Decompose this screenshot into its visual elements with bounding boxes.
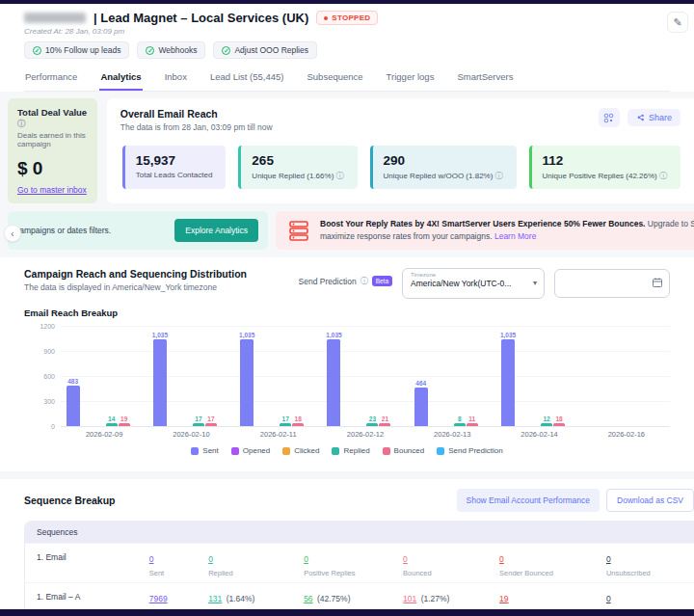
bar-sent[interactable] bbox=[501, 339, 515, 426]
legend-label: Opened bbox=[243, 446, 270, 455]
date-range-input[interactable] bbox=[554, 269, 670, 298]
widgets-button[interactable] bbox=[599, 108, 620, 127]
stat-value: 265 bbox=[252, 153, 343, 168]
reach-stat-cards: 15,937Total Leads Contacted265Unique Rep… bbox=[122, 146, 681, 189]
bar-group: 464811 bbox=[409, 326, 495, 426]
metric-value-link[interactable]: 56 bbox=[304, 594, 312, 603]
bar-group: 1,0351717 bbox=[147, 326, 234, 426]
filters-banner: campaigns or dates filters. Explore Anal… bbox=[8, 211, 268, 250]
tab-trigger-logs[interactable]: Trigger logs bbox=[386, 67, 436, 91]
bar-slot: 1,035 bbox=[240, 332, 254, 426]
bar-value-label: 18 bbox=[295, 415, 302, 422]
metric-value-link[interactable]: 0 bbox=[403, 554, 408, 564]
metric-cell: 0Bounced bbox=[403, 549, 499, 577]
tab-inbox[interactable]: Inbox bbox=[164, 67, 188, 91]
bar-slot: 18 bbox=[292, 415, 304, 426]
metric-value-link[interactable]: 19 bbox=[499, 594, 508, 603]
metric-cell: 0Unsubscribed bbox=[606, 549, 694, 577]
metric-value-link[interactable]: 101 bbox=[403, 594, 416, 603]
bar-sent[interactable] bbox=[240, 339, 254, 426]
metric-value-link[interactable]: 0 bbox=[499, 554, 504, 564]
bar-slot: 1,035 bbox=[501, 332, 515, 426]
bar-replied[interactable] bbox=[366, 423, 378, 426]
banner-bold-text: Boost Your Reply Rates by 4X! SmartServe… bbox=[320, 219, 645, 228]
banner-text: Boost Your Reply Rates by 4X! SmartServe… bbox=[320, 218, 694, 243]
bar-sent[interactable] bbox=[327, 339, 340, 426]
show-email-account-performance-button[interactable]: Show Email Account Performance bbox=[457, 489, 601, 512]
bar-slot: 483 bbox=[67, 378, 80, 426]
feature-badge-label: Adjust OOO Replies bbox=[234, 45, 308, 55]
grid-icon bbox=[603, 113, 614, 123]
legend-item: Opened bbox=[231, 446, 270, 455]
metric-cell: 0Sent bbox=[149, 549, 208, 577]
metric-cell: 0Replied bbox=[208, 549, 304, 577]
check-icon: ✓ bbox=[33, 46, 41, 55]
metric-value-link[interactable]: 0 bbox=[606, 594, 611, 603]
chart-bar-groups: 48314191,03517171,03517181,0352321464811… bbox=[61, 326, 670, 426]
metric-value-link[interactable]: 0 bbox=[208, 554, 213, 564]
metric-value-link[interactable]: 0 bbox=[606, 554, 611, 564]
bar-value-label: 1,035 bbox=[239, 332, 254, 338]
x-axis-label: 2026-02-12 bbox=[322, 430, 409, 439]
legend-label: Bounced bbox=[394, 446, 425, 455]
metric-value-link[interactable]: 131 bbox=[208, 594, 222, 603]
info-icon[interactable]: ⓘ bbox=[495, 172, 503, 180]
bar-bounced[interactable] bbox=[553, 423, 565, 426]
tab-performance[interactable]: Performance bbox=[24, 67, 78, 91]
legend-swatch bbox=[191, 447, 199, 455]
bar-sent[interactable] bbox=[153, 339, 167, 426]
bar-value-label: 1,035 bbox=[152, 332, 168, 338]
bar-replied[interactable] bbox=[454, 423, 466, 426]
metric-value-link[interactable]: 0 bbox=[149, 554, 154, 564]
x-axis-label: 2026-02-09 bbox=[61, 430, 147, 439]
sequence-table-header: Sequences bbox=[25, 522, 694, 543]
info-icon[interactable]: ⓘ bbox=[336, 172, 344, 180]
bar-replied[interactable] bbox=[106, 423, 118, 426]
bar-sent[interactable] bbox=[67, 386, 80, 426]
master-inbox-link[interactable]: Go to master inbox bbox=[17, 185, 88, 195]
metric-label: Bounced bbox=[403, 569, 494, 577]
metric-value-link[interactable]: 7969 bbox=[149, 594, 168, 603]
bar-slot: 18 bbox=[553, 415, 565, 426]
stat-card: 15,937Total Leads Contacted bbox=[122, 146, 227, 189]
edit-campaign-button[interactable]: ✎ bbox=[667, 12, 688, 33]
info-icon[interactable]: ⓘ bbox=[360, 276, 368, 286]
learn-more-link[interactable]: Learn More bbox=[494, 231, 536, 241]
bar-slot: 19 bbox=[119, 415, 130, 426]
tab-lead-list[interactable]: Lead List (55,445) bbox=[209, 67, 285, 91]
info-icon[interactable]: ⓘ bbox=[659, 172, 667, 180]
tab-subsequence[interactable]: Subsequence bbox=[306, 67, 363, 91]
timezone-select[interactable]: Timezone America/New York(UTC-0... ▾ bbox=[402, 268, 545, 299]
stat-value: 290 bbox=[384, 153, 503, 168]
share-button[interactable]: Share bbox=[627, 109, 681, 126]
bar-replied[interactable] bbox=[193, 423, 204, 426]
collapse-banner-button[interactable]: ‹ bbox=[4, 225, 21, 242]
bar-bounced[interactable] bbox=[467, 423, 478, 426]
bar-slot: 21 bbox=[379, 415, 390, 426]
bar-value-label: 8 bbox=[458, 415, 462, 422]
stat-card: 265Unique Replied (1.66%) ⓘ bbox=[238, 146, 357, 189]
bar-bounced[interactable] bbox=[119, 423, 130, 426]
download-csv-button[interactable]: Download as CSV bbox=[606, 489, 694, 512]
info-icon[interactable]: ⓘ bbox=[17, 120, 25, 128]
tab-smartservers[interactable]: SmartServers bbox=[456, 67, 514, 91]
banner-line2: maximize response rates from your campai… bbox=[320, 231, 494, 241]
bar-bounced[interactable] bbox=[205, 423, 217, 426]
reach-subtitle: The data is from 28 Jan, 03:09 pm till n… bbox=[120, 122, 273, 132]
chart-legend: SentOpenedClickedRepliedBouncedSend Pred… bbox=[24, 446, 670, 455]
bar-bounced[interactable] bbox=[379, 423, 390, 426]
legend-swatch bbox=[437, 447, 444, 455]
tab-analytics[interactable]: Analytics bbox=[99, 67, 142, 91]
metric-value-link[interactable]: 0 bbox=[304, 554, 308, 564]
bar-bounced[interactable] bbox=[292, 423, 304, 426]
tab-bar: PerformanceAnalyticsInboxLead List (55,4… bbox=[24, 67, 670, 92]
beta-badge: Beta bbox=[372, 276, 392, 286]
bar-sent[interactable] bbox=[414, 388, 428, 426]
bar-replied[interactable] bbox=[541, 423, 552, 426]
x-axis-label: 2026-02-16 bbox=[583, 430, 670, 439]
deal-value: $ 0 bbox=[17, 158, 88, 179]
explore-analytics-button[interactable]: Explore Analytics bbox=[174, 219, 258, 242]
bar-replied[interactable] bbox=[280, 423, 291, 426]
feature-badge: ✓10% Follow up leads bbox=[24, 41, 129, 59]
y-axis-label: 300 bbox=[43, 398, 55, 405]
